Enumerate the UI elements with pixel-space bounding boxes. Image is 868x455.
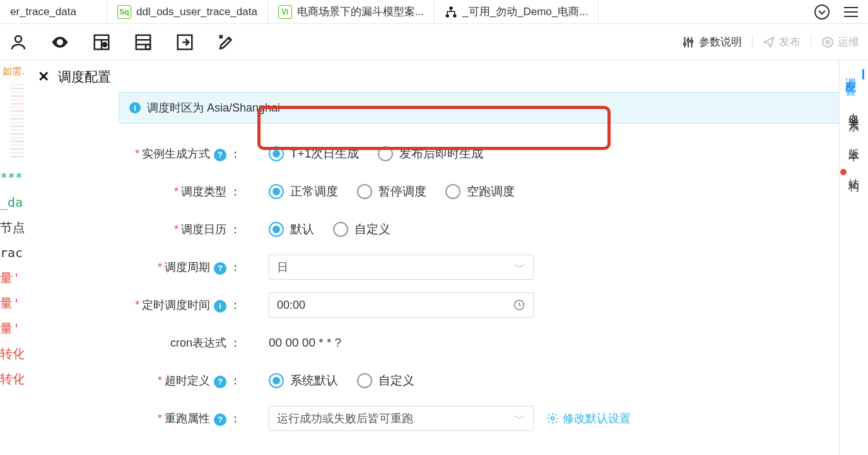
radio-normal[interactable]: 正常调度 [269, 183, 344, 200]
tab-3[interactable]: _可用_勿动_Demo_电商... [435, 0, 599, 23]
gear-icon [546, 412, 559, 425]
timezone-banner: i 调度时区为 Asia/Shanghai [119, 92, 854, 124]
divider [811, 36, 811, 49]
chevron-down-icon: ﹀ [514, 260, 525, 275]
design-icon[interactable] [217, 33, 236, 52]
rail-schedule-config[interactable]: 调度配置 [844, 69, 864, 79]
svg-point-4 [15, 36, 21, 42]
cron-label: cron表达式 ： [119, 335, 245, 350]
clock-icon [513, 299, 525, 311]
export-icon[interactable] [175, 33, 194, 52]
rerun-label: 重跑属性? ： [119, 411, 245, 426]
panel-title: 调度配置 [58, 68, 111, 86]
cron-value: 00 00 00 * * ? [269, 336, 341, 350]
period-select[interactable]: 日 ﹀ [269, 255, 534, 280]
help-icon[interactable]: ? [214, 149, 226, 161]
sql-badge-icon: Sq [117, 5, 131, 19]
radio-default-cal[interactable]: 默认 [269, 221, 320, 238]
publish-label: 发布 [779, 35, 801, 49]
radio-timeout-custom[interactable]: 自定义 [357, 372, 421, 389]
help-icon[interactable]: i [214, 300, 226, 313]
row-cron: cron表达式 ： 00 00 00 * * ? [119, 324, 854, 362]
tab-2[interactable]: Vi 电商场景下的漏斗模型案... [268, 0, 435, 23]
banner-text: 调度时区为 Asia/Shanghai [147, 100, 280, 115]
ops-label: 运维 [838, 35, 859, 49]
radio-dryrun[interactable]: 空跑调度 [445, 183, 521, 200]
tab-1[interactable]: Sq ddl_ods_user_trace_data [107, 0, 268, 23]
row-timeout: 超时定义? ： 系统默认 自定义 [119, 362, 854, 400]
rerun-select[interactable]: 运行成功或失败后皆可重跑 ﹀ [269, 406, 534, 431]
chevron-down-icon: ﹀ [514, 411, 525, 426]
svg-point-15 [551, 417, 554, 420]
tab-label: ddl_ods_user_trace_data [136, 6, 257, 18]
instance-generation-label: 实例生成方式? ： [119, 146, 245, 161]
refresh-dropdown-icon[interactable] [814, 4, 830, 20]
svg-point-12 [691, 40, 693, 43]
info-icon: i [129, 102, 141, 113]
radio-pause[interactable]: 暂停调度 [357, 183, 433, 200]
divider [752, 36, 753, 49]
visual-badge-icon: Vi [278, 5, 292, 19]
ops-icon [821, 36, 834, 49]
help-icon[interactable]: ? [214, 376, 226, 388]
minimap[interactable] [0, 83, 24, 164]
radio-custom-cal[interactable]: 自定义 [333, 221, 397, 238]
table-icon[interactable] [134, 33, 153, 52]
radio-immediate[interactable]: 发布后即时生成 [378, 146, 490, 162]
row-period: 调度周期? ： 日 ﹀ [119, 248, 854, 286]
help-icon[interactable]: ? [214, 413, 226, 426]
rail-version[interactable]: 版本 [847, 140, 861, 145]
radio-t1[interactable]: T+1次日生成 [269, 146, 365, 162]
close-icon[interactable]: ✕ [38, 70, 49, 84]
document-tabs: er_trace_data Sq ddl_ods_user_trace_data… [0, 0, 868, 24]
row-instance-generation: 实例生成方式? ： T+1次日生成 发布后即时生成 [119, 135, 854, 173]
timeout-label: 超时定义? ： [119, 373, 245, 388]
config-panel: ✕ 调度配置 i 调度时区为 Asia/Shanghai 实例生成方式? ： T… [24, 60, 868, 455]
ops-button[interactable]: 运维 [821, 35, 859, 49]
svg-point-8 [146, 44, 151, 49]
radio-timeout-default[interactable]: 系统默认 [269, 372, 344, 389]
user-icon[interactable] [9, 33, 28, 52]
editor-gutter: 如需… *** _da 节点 rac 量' 量' 量' 转化 转化 [0, 60, 24, 455]
code-sliver: *** _da 节点 rac 量' 量' 量' 转化 转化 [0, 164, 24, 391]
time-input[interactable]: 00:00 [269, 292, 534, 318]
params-button[interactable]: 参数说明 [681, 35, 742, 49]
rail-structure[interactable]: 结构 [847, 170, 861, 175]
tab-label: 电商场景下的漏斗模型案... [297, 4, 424, 19]
sliders-icon [681, 35, 695, 49]
period-label: 调度周期? ： [119, 260, 245, 275]
tab-0[interactable]: er_trace_data [0, 0, 107, 23]
preview-icon[interactable] [50, 33, 69, 52]
svg-point-11 [687, 39, 689, 42]
svg-point-3 [815, 5, 829, 19]
tab-label: er_trace_data [10, 6, 76, 18]
svg-point-13 [826, 40, 830, 43]
help-icon[interactable]: ? [214, 262, 226, 275]
menu-icon[interactable] [844, 7, 858, 17]
right-rail: 调度配置 血缘关系 版本 结构 [839, 60, 868, 455]
svg-rect-0 [450, 6, 453, 9]
workflow-icon [445, 6, 457, 18]
params-label: 参数说明 [699, 35, 742, 49]
send-icon [763, 36, 775, 49]
time-label: 定时调度时间i ： [119, 297, 245, 313]
left-warning: 如需… [0, 60, 24, 83]
schedule-type-label: 调度类型 ： [119, 184, 245, 199]
svg-rect-1 [446, 14, 449, 17]
row-calendar: 调度日历 ： 默认 自定义 [119, 210, 854, 248]
svg-rect-2 [453, 14, 456, 17]
rail-lineage[interactable]: 血缘关系 [847, 105, 861, 115]
row-rerun: 重跑属性? ： 运行成功或失败后皆可重跑 ﹀ 修改默认设置 [119, 400, 854, 437]
tab-label: _可用_勿动_Demo_电商... [462, 4, 588, 19]
calendar-label: 调度日历 ： [119, 222, 245, 237]
publish-button[interactable]: 发布 [763, 35, 801, 49]
notification-dot [840, 169, 847, 175]
modify-default-link[interactable]: 修改默认设置 [546, 411, 631, 426]
action-toolbar: 参数说明 发布 运维 [0, 24, 868, 60]
layout-icon[interactable] [92, 33, 111, 52]
row-schedule-type: 调度类型 ： 正常调度 暂停调度 空跑调度 [119, 173, 854, 210]
svg-point-6 [103, 42, 107, 46]
svg-point-10 [684, 42, 686, 45]
row-time: 定时调度时间i ： 00:00 [119, 286, 854, 324]
